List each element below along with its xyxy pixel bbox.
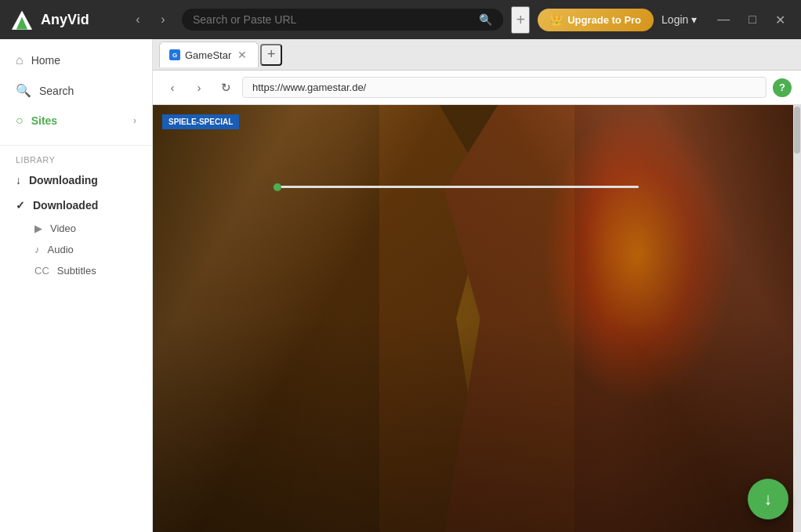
url-input[interactable] [242,77,767,98]
minimize-button[interactable]: — [711,9,736,31]
main-layout: ⌂ Home 🔍 Search ○ Sites › Library ↓ Down… [0,39,801,532]
globe-icon: ○ [16,114,24,128]
chevron-down-icon: ▾ [691,13,697,26]
login-label: Login [661,13,688,26]
login-button[interactable]: Login ▾ [661,13,697,26]
browser-nav-buttons: ‹ › [127,9,174,31]
player-progress-dot [274,183,281,191]
download-fab-icon: ↓ [764,489,773,509]
window-controls: — □ ✕ [711,9,792,31]
search-paste-input[interactable] [193,13,473,26]
addr-back-button[interactable]: ‹ [162,78,183,98]
downloaded-label: Downloaded [33,199,98,212]
sidebar-nav: ⌂ Home 🔍 Search ○ Sites › [0,39,152,142]
logo-icon [9,7,34,32]
downloading-label: Downloading [29,174,98,186]
logo-area: AnyVid [9,7,119,32]
tab-gamestar[interactable]: G GameStar ✕ [159,42,259,67]
scrollbar-track [793,105,801,532]
sidebar-item-audio[interactable]: ♪ Audio [0,239,152,260]
address-bar: ‹ › ↻ ? [153,71,801,105]
browser-tab-bar: G GameStar ✕ + [153,39,801,71]
sidebar-item-downloaded[interactable]: ✓ Downloaded [0,193,152,218]
spiele-special-badge: SPIELE-SPECIAL [162,114,239,129]
download-fab-button[interactable]: ↓ [748,479,788,519]
scrollbar-thumb[interactable] [794,107,800,154]
sidebar-item-video[interactable]: ▶ Video [0,218,152,239]
upgrade-label: Upgrade to Pro [567,14,641,26]
tab-label: GameStar [185,49,231,61]
chevron-right-icon: › [133,115,136,126]
check-circle-icon: ✓ [16,199,25,212]
search-icon: 🔍 [16,83,31,98]
sidebar-item-sites[interactable]: ○ Sites › [0,106,152,136]
url-search-bar[interactable]: 🔍 [182,9,503,31]
sidebar: ⌂ Home 🔍 Search ○ Sites › Library ↓ Down… [0,39,153,532]
new-tab-plus-button[interactable]: + [511,6,530,34]
sidebar-divider [0,145,152,146]
refresh-button[interactable]: ↻ [216,78,236,98]
addr-forward-button[interactable]: › [189,78,209,98]
titlebar: AnyVid ‹ › 🔍 + 👑 Upgrade to Pro Login ▾ … [0,0,801,39]
sidebar-item-subtitles[interactable]: CC Subtitles [0,260,152,281]
tab-close-button[interactable]: ✕ [236,47,248,63]
help-button[interactable]: ? [773,78,792,97]
forward-button[interactable]: › [152,9,174,31]
upgrade-button[interactable]: 👑 Upgrade to Pro [538,9,654,31]
artwork-overlay [153,105,801,532]
audio-icon: ♪ [34,244,40,255]
video-label: Video [50,223,76,234]
download-arrow-icon: ↓ [16,174,21,186]
sidebar-item-search[interactable]: 🔍 Search [0,75,152,106]
game-artwork: SPIELE-SPECIAL ↓ [153,105,801,532]
sidebar-sites-label: Sites [31,114,57,127]
player-progress-bar[interactable] [274,186,639,188]
search-icon: 🔍 [479,13,492,26]
sidebar-search-label: Search [39,85,74,97]
app-name: AnyVid [41,12,89,28]
tab-favicon: G [169,49,180,60]
crown-icon: 👑 [550,14,563,26]
content-area: G GameStar ✕ + ‹ › ↻ ? ☰ ★ [153,39,801,532]
artwork-background [153,105,801,532]
back-button[interactable]: ‹ [127,9,149,31]
maximize-button[interactable]: □ [742,9,763,31]
audio-label: Audio [48,244,74,255]
subtitles-label: Subtitles [57,265,96,277]
new-tab-button[interactable]: + [260,44,282,66]
library-section-label: Library [0,149,152,168]
sidebar-home-label: Home [31,54,60,67]
close-button[interactable]: ✕ [769,9,792,31]
browser-viewport: ☰ ★ GameStar 🔍 👤 [153,105,801,532]
video-icon: ▶ [34,223,42,234]
sidebar-item-home[interactable]: ⌂ Home [0,45,152,75]
sidebar-item-downloading[interactable]: ↓ Downloading [0,168,152,193]
home-icon: ⌂ [16,53,24,67]
subtitles-icon: CC [34,265,49,277]
